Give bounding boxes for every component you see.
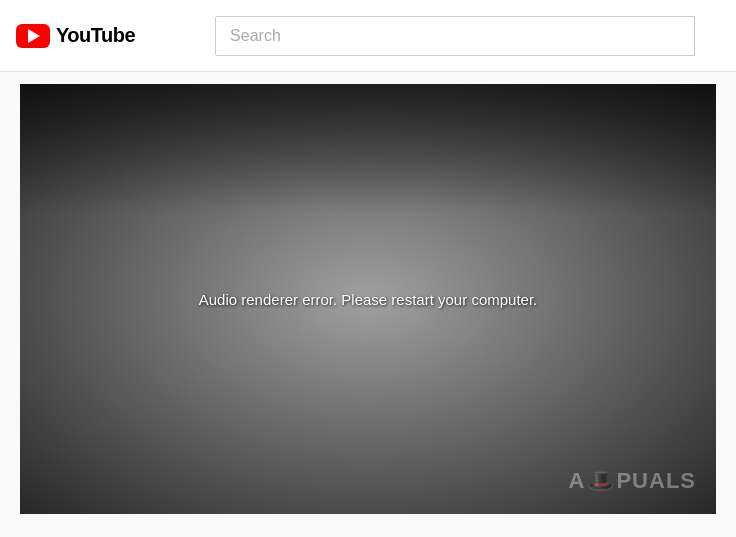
- header: YouTube: [0, 0, 736, 72]
- youtube-logo[interactable]: YouTube: [16, 24, 135, 48]
- search-input[interactable]: [215, 16, 695, 56]
- watermark: A 🎩 PUALS: [569, 468, 696, 494]
- error-message: Audio renderer error. Please restart you…: [199, 291, 538, 308]
- search-container: [215, 16, 695, 56]
- watermark-hat-icon: 🎩: [587, 468, 614, 494]
- watermark-text-2: PUALS: [616, 468, 696, 494]
- watermark-text: A: [569, 468, 586, 494]
- video-player: Audio renderer error. Please restart you…: [20, 84, 716, 514]
- logo-text: YouTube: [56, 24, 135, 47]
- play-triangle-icon: [28, 29, 40, 43]
- youtube-icon: [16, 24, 50, 48]
